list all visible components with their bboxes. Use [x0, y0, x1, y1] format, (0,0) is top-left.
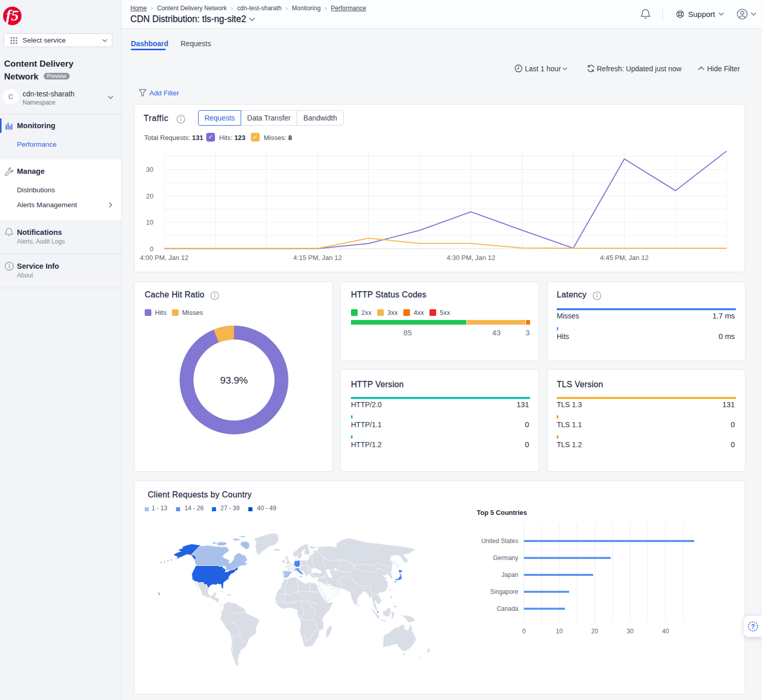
- svg-text:4:00 PM, Jan 12: 4:00 PM, Jan 12: [140, 254, 189, 262]
- svg-text:40: 40: [662, 628, 669, 635]
- svg-text:Canada: Canada: [497, 605, 518, 612]
- svg-text:?: ?: [751, 623, 755, 630]
- svg-text:4:30 PM, Jan 12: 4:30 PM, Jan 12: [446, 254, 495, 262]
- svg-text:United States: United States: [481, 537, 518, 545]
- svg-text:30: 30: [627, 628, 634, 635]
- svg-text:20: 20: [591, 628, 598, 635]
- svg-text:10: 10: [556, 628, 563, 635]
- svg-text:4:15 PM, Jan 12: 4:15 PM, Jan 12: [294, 254, 342, 262]
- svg-text:30: 30: [146, 166, 153, 173]
- svg-text:20: 20: [146, 192, 153, 200]
- svg-text:Japan: Japan: [501, 571, 518, 578]
- svg-text:10: 10: [146, 218, 153, 226]
- svg-text:Germany: Germany: [493, 554, 518, 562]
- svg-text:0: 0: [522, 628, 526, 635]
- svg-text:Singapore: Singapore: [490, 588, 518, 595]
- svg-text:0: 0: [150, 245, 153, 253]
- svg-text:93.9%: 93.9%: [220, 375, 248, 386]
- svg-text:4:45 PM, Jan 12: 4:45 PM, Jan 12: [600, 254, 649, 262]
